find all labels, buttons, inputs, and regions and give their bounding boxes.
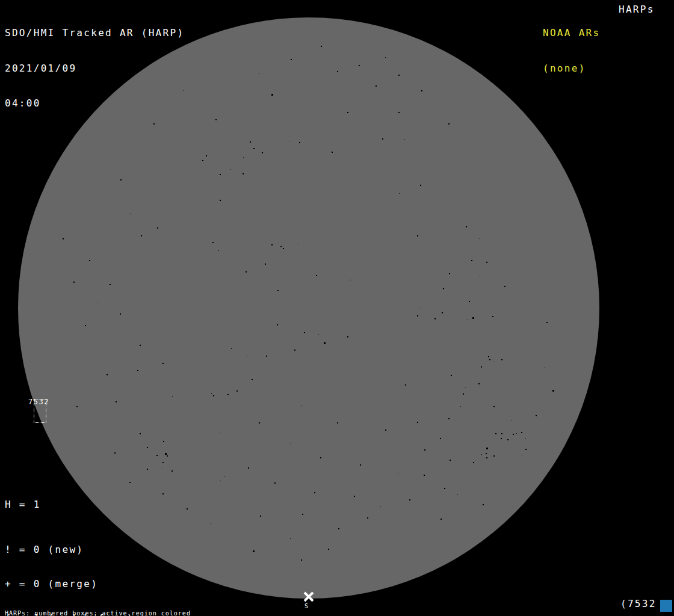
legend-item-merge: + = 0 (merge): [5, 578, 141, 590]
harp-color-swatch: [660, 600, 672, 612]
harp-region-box-7532: 7532: [34, 399, 46, 423]
south-pole-cross-icon: [303, 591, 315, 602]
noaa-ars-block: NOAA ARs (none): [543, 4, 600, 97]
time-label: 04:00: [5, 97, 184, 109]
footer-harps-note: HARPs: numbered boxes; active region col…: [5, 610, 250, 616]
noaa-ars-value: (none): [543, 63, 600, 75]
legend-item-new: ! = 0 (new): [5, 544, 141, 555]
legend-harp-count: H = 1: [5, 499, 41, 511]
harp-status-text: (7532: [620, 598, 657, 610]
solar-harp-plot: SDO/HMI Tracked AR (HARP) 2021/01/09 04:…: [0, 0, 674, 616]
south-pole-label: S: [305, 603, 309, 610]
harp-region-number: 7532: [28, 398, 49, 405]
noaa-ars-label: NOAA ARs: [543, 27, 600, 39]
title-block: SDO/HMI Tracked AR (HARP) 2021/01/09 04:…: [5, 4, 184, 133]
harps-label: HARPs: [619, 4, 655, 16]
footer-notes: HARPs: numbered boxes; active region col…: [5, 596, 250, 616]
date-label: 2021/01/09: [5, 63, 184, 75]
page-title: SDO/HMI Tracked AR (HARP): [5, 27, 184, 39]
